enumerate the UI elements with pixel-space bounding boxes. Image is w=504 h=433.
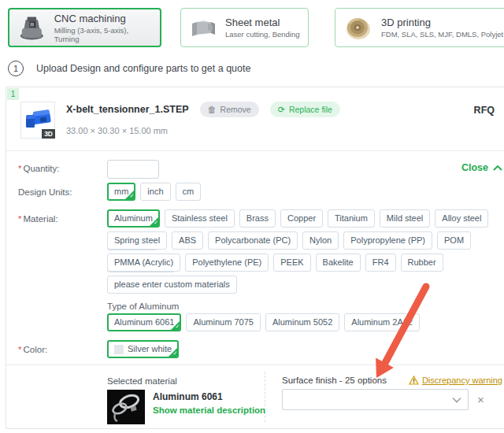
chip-label: Mild steel: [387, 213, 423, 224]
surface-finish-dropdown[interactable]: [282, 389, 469, 410]
chip-label: POM: [444, 235, 464, 246]
tab-title: 3D printing: [381, 17, 503, 28]
3d-badge: 3D: [42, 129, 55, 139]
design-units-options: mminchcm: [107, 183, 206, 205]
quantity-label-text: Quantity:: [23, 164, 59, 173]
chip-aluminum-2a12[interactable]: Aluminum 2A12: [344, 313, 420, 331]
tab-subtitle: Milling (3-axis, 5-axis), Turning: [54, 26, 152, 43]
remove-button[interactable]: 🗑 Remove: [200, 102, 259, 117]
chip-bakelite[interactable]: Bakelite: [316, 254, 361, 272]
chip-label: Brass: [246, 213, 269, 224]
chip-fr4[interactable]: FR4: [365, 254, 396, 272]
chip-alloy-steel[interactable]: Alloy steel: [435, 209, 488, 228]
chip-brass[interactable]: Brass: [239, 209, 276, 228]
tab-cnc-machining[interactable]: CNC machining Milling (3-axis, 5-axis), …: [8, 8, 161, 47]
chip-label: Silver white: [128, 344, 172, 354]
chip-aluminum[interactable]: Aluminum: [107, 209, 160, 228]
chip-polyethylene-pe-[interactable]: Polyethylene (PE): [185, 254, 269, 272]
chip-stainless-steel[interactable]: Stainless steel: [165, 209, 235, 228]
discrepancy-warning-link[interactable]: Discrepancy warning: [409, 376, 502, 385]
chip-aluminum-5052[interactable]: Aluminum 5052: [265, 313, 339, 331]
header-divider: [6, 150, 504, 151]
chip-cm[interactable]: cm: [176, 183, 202, 201]
3d-printing-icon: [343, 13, 373, 43]
chip-label: Aluminum 6061: [114, 317, 174, 328]
chip-nylon[interactable]: Nylon: [302, 231, 339, 250]
surface-finish-label: Surface finish - 25 options: [282, 376, 387, 385]
chevron-down-icon: [452, 397, 461, 403]
cnc-machining-icon: [17, 13, 46, 43]
chip-peek[interactable]: PEEK: [273, 254, 310, 272]
trash-icon: 🗑: [208, 105, 217, 113]
required-asterisk: *: [18, 345, 21, 354]
chip-label: Aluminum 2A12: [351, 317, 413, 328]
part-row-badge: 1: [7, 88, 19, 100]
chip-titanium[interactable]: Titanium: [328, 209, 375, 228]
quantity-input[interactable]: [107, 160, 159, 179]
chip-pmma-acrylic-[interactable]: PMMA (Acrylic): [107, 254, 180, 272]
chip-label: mm: [114, 187, 128, 197]
selected-material-label: Selected material: [107, 376, 177, 386]
discrepancy-warning-label: Discrepancy warning: [422, 376, 502, 385]
chip-label: PEEK: [280, 257, 303, 268]
chip-mild-steel[interactable]: Mild steel: [380, 209, 430, 228]
tab-3d-printing[interactable]: 3D printing FDM, SLA, SLS, MJF, DMLS, Po…: [335, 8, 504, 47]
chip-abs[interactable]: ABS: [172, 231, 203, 250]
chip-label: please enter custom materials: [114, 279, 230, 290]
part-filename: X-belt_tensionner_1.STEP: [66, 104, 189, 115]
clear-icon[interactable]: ×: [477, 394, 484, 405]
chip-mm[interactable]: mm: [107, 183, 135, 201]
tab-sheet-metal[interactable]: Sheet metal Laser cutting, Bending: [180, 8, 309, 47]
show-material-description-link[interactable]: Show material description: [153, 405, 265, 415]
chip-label: Copper: [287, 213, 316, 224]
chevron-up-icon: [493, 165, 502, 171]
rfq-label: RFQ: [474, 105, 495, 116]
close-label: Close: [461, 162, 488, 173]
chip-aluminum-7075[interactable]: Aluminum 7075: [186, 313, 260, 331]
chip-label: Rubber: [408, 257, 436, 268]
refresh-icon: ⟳: [278, 105, 285, 113]
quote-configurator-screen: CNC machining Milling (3-axis, 5-axis), …: [0, 0, 504, 433]
tab-title: CNC machining: [54, 13, 152, 24]
material-label-text: Material:: [23, 214, 57, 224]
tab-subtitle: Laser cutting, Bending: [225, 30, 300, 39]
replace-file-button[interactable]: ⟳ Replace file: [270, 102, 340, 117]
chip-rubber[interactable]: Rubber: [401, 254, 443, 272]
chip-polypropylene-pp-[interactable]: Polypropylene (PP): [343, 231, 432, 250]
quantity-label: *Quantity:: [18, 164, 60, 173]
required-asterisk: *: [18, 214, 21, 224]
remove-label: Remove: [220, 105, 251, 114]
chip-label: Polyethylene (PE): [192, 257, 261, 268]
chip-aluminum-6061[interactable]: Aluminum 6061: [107, 313, 181, 331]
chip-please-enter-custom-materials[interactable]: please enter custom materials: [107, 276, 237, 294]
chip-label: Polycarbonate (PC): [215, 235, 291, 246]
color-label-text: Color:: [23, 345, 47, 354]
material-options-row-4: please enter custom materials: [107, 276, 504, 298]
chip-pom[interactable]: POM: [437, 231, 471, 250]
type-of-aluminum-options: Aluminum 6061Aluminum 7075Aluminum 5052A…: [107, 313, 424, 336]
chip-label: Polypropylene (PP): [350, 235, 425, 246]
step-number: 1: [8, 61, 24, 76]
chip-label: Spring steel: [114, 235, 160, 246]
selected-material-name: Aluminum 6061: [153, 391, 223, 402]
chip-label: FR4: [372, 257, 389, 268]
step-title: Upload Design and configure parts to get…: [36, 63, 250, 74]
chip-label: inch: [147, 187, 163, 197]
chip-inch[interactable]: inch: [140, 183, 170, 201]
chip-label: PMMA (Acrylic): [114, 257, 173, 268]
chip-silver-white[interactable]: Silver white: [107, 340, 179, 358]
chip-spring-steel[interactable]: Spring steel: [107, 231, 167, 250]
sheet-metal-icon: [189, 14, 217, 41]
material-summary-section: Selected material Aluminum 6061 Show mat…: [6, 365, 504, 428]
chip-label: cm: [183, 187, 195, 197]
chip-polycarbonate-pc-[interactable]: Polycarbonate (PC): [208, 231, 298, 250]
tab-title: Sheet metal: [225, 17, 300, 28]
chip-copper[interactable]: Copper: [280, 209, 323, 228]
chip-label: Nylon: [309, 235, 332, 246]
type-of-aluminum-label: Type of Aluminum: [107, 302, 179, 311]
required-asterisk: *: [18, 164, 21, 173]
chip-label: Bakelite: [323, 257, 354, 268]
part-dimensions: 33.00 × 30.30 × 15.00 mm: [66, 126, 504, 135]
close-panel-link[interactable]: Close: [461, 162, 502, 173]
part-3d-thumbnail[interactable]: 3D: [20, 102, 55, 139]
